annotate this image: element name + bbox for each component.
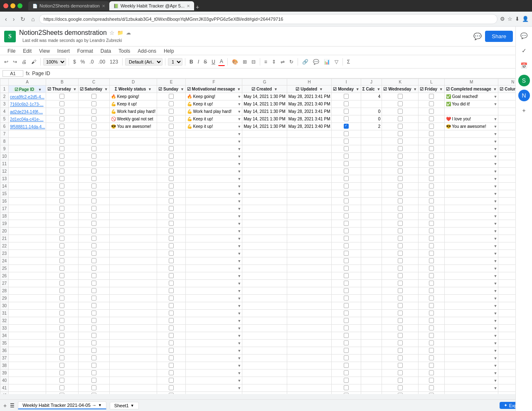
empty-checkbox[interactable] (169, 348, 174, 353)
cell-thursday[interactable] (46, 100, 79, 108)
dropdown-arrow-empty[interactable]: ▼ (494, 252, 498, 256)
cell-B-24[interactable] (46, 257, 79, 265)
cell-E-31[interactable] (157, 310, 186, 317)
sheet-tab-sheet1[interactable]: Sheet1 ▼ (110, 402, 139, 409)
cell-K-35[interactable] (382, 340, 419, 347)
cell-B-7[interactable] (46, 130, 79, 138)
page-id-link[interactable]: ceca9fc2-e2d5-4... (10, 95, 44, 99)
empty-checkbox[interactable] (169, 176, 174, 181)
menu-data[interactable]: Data (97, 47, 114, 55)
empty-checkbox[interactable] (91, 198, 96, 203)
cell-K-42[interactable] (382, 392, 419, 394)
monday-checkbox[interactable] (344, 109, 349, 114)
empty-checkbox[interactable] (91, 370, 96, 375)
empty-checkbox[interactable] (59, 378, 64, 383)
comments-icon[interactable]: 💬 (473, 32, 482, 40)
cell-I-27[interactable] (332, 280, 361, 287)
sheet-tab-weekly[interactable]: Weekly Habit Tracker 2021-04-05 → ▼ (18, 401, 106, 409)
cell-friday[interactable] (419, 108, 445, 115)
cell-saturday[interactable] (78, 108, 109, 115)
cell-L-28[interactable] (419, 287, 445, 295)
cell-I-12[interactable] (332, 168, 361, 175)
thursday-checkbox[interactable] (59, 101, 64, 106)
empty-checkbox[interactable] (344, 296, 349, 301)
monday-checkbox[interactable] (344, 116, 349, 121)
cell-L-14[interactable] (419, 183, 445, 190)
dropdown-arrow-empty[interactable]: ▼ (494, 364, 498, 368)
dropdown-arrow-empty[interactable]: ▼ (494, 379, 498, 383)
cell-C-16[interactable] (78, 198, 109, 205)
dropdown-arrow-empty[interactable]: ▼ (237, 237, 241, 241)
dropdown-arrow-empty[interactable]: ▼ (237, 169, 241, 174)
empty-checkbox[interactable] (344, 169, 349, 174)
header-created[interactable]: ☑ Created ▼ (242, 86, 287, 93)
cell-C-7[interactable] (78, 130, 109, 138)
dropdown-arrow-empty[interactable]: ▼ (237, 214, 241, 218)
menu-insert[interactable]: Insert (54, 47, 73, 55)
cell-I-7[interactable] (332, 130, 361, 138)
page-id-link[interactable]: 9f588811-14da-4... (10, 125, 45, 129)
filter-icon-G[interactable]: ▼ (274, 87, 278, 91)
cell-L-9[interactable] (419, 145, 445, 153)
header-wednesday[interactable]: ☑ Wednesday ▼ (382, 86, 419, 93)
empty-checkbox[interactable] (91, 273, 96, 278)
cell-B-30[interactable] (46, 302, 79, 310)
empty-checkbox[interactable] (169, 169, 174, 174)
dropdown-arrow-empty[interactable]: ▼ (494, 281, 498, 286)
dropdown-arrow-empty[interactable]: ▼ (237, 267, 241, 271)
cell-E-34[interactable] (157, 332, 186, 340)
empty-checkbox[interactable] (91, 243, 96, 248)
cell-I-34[interactable] (332, 332, 361, 340)
cell-motivational[interactable]: 🔥 Keep going!▼ (185, 93, 242, 100)
col-header-F[interactable]: F (185, 79, 242, 86)
dropdown-arrow-empty[interactable]: ▼ (494, 162, 498, 166)
dropdown-arrow-M[interactable]: ▼ (494, 117, 498, 121)
empty-checkbox[interactable] (398, 228, 403, 233)
cell-K-39[interactable] (382, 369, 419, 377)
header-sunday[interactable]: ☑ Sunday ▼ (157, 86, 186, 93)
cell-completed-msg[interactable]: ❤️ I love you!▼ (444, 115, 498, 123)
empty-checkbox[interactable] (398, 236, 403, 241)
cell-L-24[interactable] (419, 257, 445, 265)
empty-checkbox[interactable] (429, 221, 434, 226)
menu-edit[interactable]: Edit (20, 47, 35, 55)
sidebar-icon-tasks[interactable]: ✓ (518, 45, 530, 56)
dropdown-arrow-empty[interactable]: ▼ (237, 379, 241, 383)
empty-checkbox[interactable] (59, 131, 64, 136)
empty-checkbox[interactable] (429, 370, 434, 375)
filter-icon-E[interactable]: ▼ (180, 87, 184, 91)
col-header-A[interactable]: A (9, 79, 46, 86)
cell-L-10[interactable] (419, 153, 445, 160)
cell-saturday[interactable] (78, 115, 109, 123)
empty-checkbox[interactable] (429, 318, 434, 323)
empty-checkbox[interactable] (398, 183, 403, 188)
cell-monday[interactable] (332, 93, 361, 100)
cell-E-12[interactable] (157, 168, 186, 175)
cell-I-25[interactable] (332, 265, 361, 272)
cell-I-28[interactable] (332, 287, 361, 295)
borders-button[interactable]: ⊞ (241, 58, 249, 66)
dropdown-arrow-empty[interactable]: ▼ (237, 222, 241, 226)
cell-page-id[interactable]: 9f588811-14da-4... (9, 123, 46, 130)
cell-B-9[interactable] (46, 145, 79, 153)
cell-B-14[interactable] (46, 183, 79, 190)
cell-L-41[interactable] (419, 384, 445, 392)
empty-checkbox[interactable] (429, 311, 434, 316)
cell-B-42[interactable] (46, 392, 79, 394)
empty-checkbox[interactable] (91, 311, 96, 316)
cell-E-23[interactable] (157, 250, 186, 257)
cell-C-34[interactable] (78, 332, 109, 340)
move-icon[interactable]: 📁 (117, 30, 123, 36)
dropdown-arrow-empty[interactable]: ▼ (237, 154, 241, 159)
dropdown-arrow-empty[interactable]: ▼ (494, 311, 498, 316)
saturday-checkbox[interactable] (91, 116, 96, 121)
empty-checkbox[interactable] (429, 191, 434, 196)
empty-checkbox[interactable] (429, 139, 434, 144)
cell-sunday[interactable] (157, 123, 186, 130)
empty-checkbox[interactable] (169, 340, 174, 345)
col-header-L[interactable]: L (419, 79, 445, 86)
cell-L-31[interactable] (419, 310, 445, 317)
empty-checkbox[interactable] (398, 385, 403, 390)
dropdown-arrow-empty[interactable]: ▼ (237, 371, 241, 375)
empty-checkbox[interactable] (344, 355, 349, 360)
